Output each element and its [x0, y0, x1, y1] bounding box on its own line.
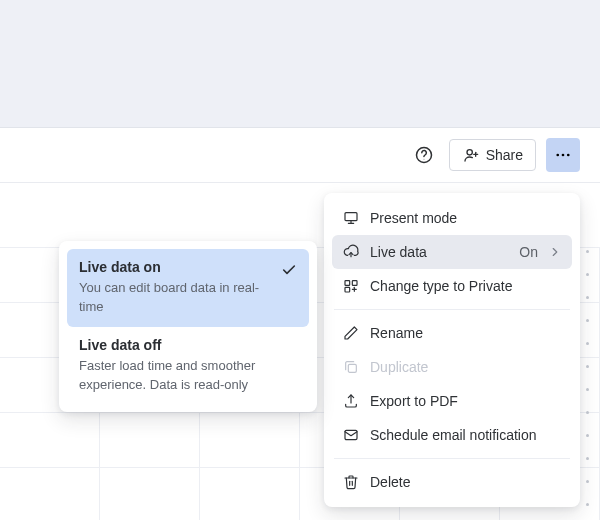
trash-icon: [342, 473, 360, 491]
duplicate-icon: [342, 358, 360, 376]
svg-point-3: [556, 154, 559, 157]
menu-item-delete[interactable]: Delete: [332, 465, 572, 499]
svg-rect-9: [345, 287, 350, 292]
menu-label: Export to PDF: [370, 393, 562, 409]
menu-item-rename[interactable]: Rename: [332, 316, 572, 350]
check-icon: [281, 262, 297, 278]
more-button[interactable]: [546, 138, 580, 172]
menu-item-live-data[interactable]: Live data On: [332, 235, 572, 269]
option-title: Live data off: [79, 337, 297, 353]
option-title: Live data on: [79, 259, 273, 275]
menu-status: On: [519, 244, 538, 260]
share-label: Share: [486, 147, 523, 163]
svg-point-4: [562, 154, 565, 157]
menu-label: Present mode: [370, 210, 562, 226]
share-button[interactable]: Share: [449, 139, 536, 171]
menu-separator: [334, 309, 570, 310]
svg-point-2: [467, 150, 472, 155]
option-desc: Faster load time and smoother experience…: [79, 357, 297, 395]
decorative-dots: [586, 250, 592, 506]
svg-point-1: [423, 159, 424, 160]
present-icon: [342, 209, 360, 227]
menu-item-export-pdf[interactable]: Export to PDF: [332, 384, 572, 418]
toolbar: Share: [0, 128, 600, 183]
more-horizontal-icon: [554, 146, 572, 164]
cloud-sync-icon: [342, 243, 360, 261]
menu-label: Duplicate: [370, 359, 562, 375]
workspace: Share Present mode Live data On: [0, 127, 600, 520]
help-circle-icon: [415, 146, 433, 164]
live-data-option-on[interactable]: Live data on You can edit board data in …: [67, 249, 309, 327]
settings-change-icon: [342, 277, 360, 295]
menu-label: Change type to Private: [370, 278, 562, 294]
more-menu: Present mode Live data On Change type to…: [324, 193, 580, 507]
menu-label: Schedule email notification: [370, 427, 562, 443]
svg-point-5: [567, 154, 570, 157]
live-data-submenu: Live data on You can edit board data in …: [59, 241, 317, 412]
option-desc: You can edit board data in real-time: [79, 279, 273, 317]
menu-label: Rename: [370, 325, 562, 341]
mail-icon: [342, 426, 360, 444]
menu-item-change-type[interactable]: Change type to Private: [332, 269, 572, 303]
svg-rect-6: [345, 213, 357, 221]
chevron-right-icon: [548, 243, 562, 261]
menu-item-schedule-email[interactable]: Schedule email notification: [332, 418, 572, 452]
menu-label: Live data: [370, 244, 509, 260]
menu-label: Delete: [370, 474, 562, 490]
menu-separator: [334, 458, 570, 459]
menu-item-duplicate: Duplicate: [332, 350, 572, 384]
svg-rect-10: [348, 364, 356, 372]
svg-rect-8: [352, 281, 357, 286]
pencil-icon: [342, 324, 360, 342]
svg-rect-7: [345, 281, 350, 286]
person-plus-icon: [462, 146, 480, 164]
menu-item-present-mode[interactable]: Present mode: [332, 201, 572, 235]
help-button[interactable]: [409, 140, 439, 170]
live-data-option-off[interactable]: Live data off Faster load time and smoot…: [67, 327, 309, 405]
export-icon: [342, 392, 360, 410]
